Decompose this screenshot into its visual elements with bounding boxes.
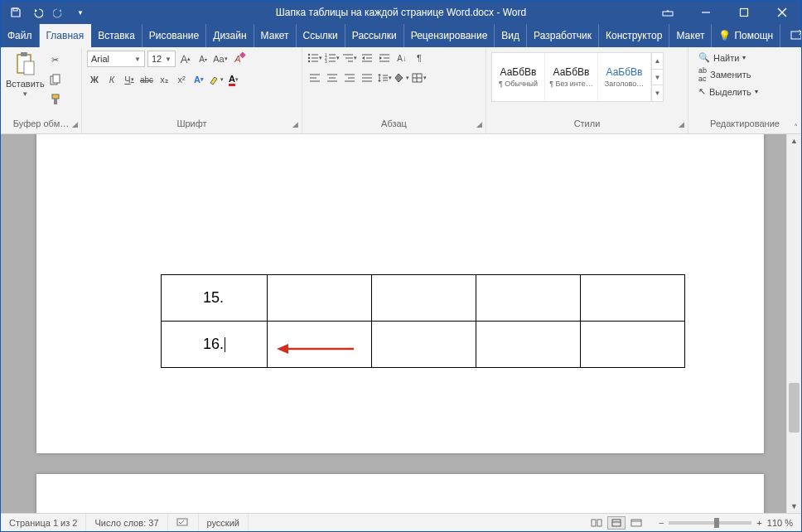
tab-references[interactable]: Ссылки: [297, 24, 345, 47]
paste-menu-icon[interactable]: ▼: [22, 90, 28, 98]
print-layout-icon[interactable]: [607, 516, 626, 530]
grow-font-icon[interactable]: A▴: [178, 51, 193, 66]
cell-number[interactable]: 15.: [162, 275, 268, 322]
tab-layout[interactable]: Макет: [254, 24, 297, 47]
increase-indent-icon[interactable]: [377, 51, 392, 65]
style-heading1[interactable]: АаБбВв Заголово…: [598, 53, 651, 101]
justify-icon[interactable]: [360, 70, 374, 85]
zoom-slider[interactable]: [669, 521, 751, 525]
styles-down-icon[interactable]: ▼: [652, 70, 663, 86]
shrink-font-icon[interactable]: A▾: [196, 51, 210, 66]
styles-more-icon[interactable]: ▼: [652, 85, 663, 101]
subscript-button[interactable]: x₂: [157, 72, 172, 87]
maximize-icon[interactable]: [725, 1, 763, 24]
styles-gallery[interactable]: АаБбВв ¶ Обычный АаБбВв ¶ Без инте… АаБб…: [491, 52, 664, 102]
change-case-icon[interactable]: Aa▾: [213, 51, 228, 66]
scroll-down-icon[interactable]: ▼: [787, 500, 801, 513]
web-layout-icon[interactable]: [627, 516, 645, 530]
tab-home[interactable]: Главная: [40, 24, 92, 47]
bullets-icon[interactable]: ▾: [307, 51, 322, 65]
show-marks-icon[interactable]: ¶: [412, 51, 427, 65]
tab-table-design[interactable]: Конструктор: [599, 24, 669, 47]
table-row[interactable]: 15.: [162, 275, 685, 322]
status-language[interactable]: русский: [199, 514, 249, 531]
style-no-spacing[interactable]: АаБбВв ¶ Без инте…: [545, 53, 598, 101]
document-table-1[interactable]: 15. 16.: [161, 274, 685, 368]
font-color-icon[interactable]: A▾: [226, 72, 241, 87]
tab-draw[interactable]: Рисование: [143, 24, 206, 47]
sort-icon[interactable]: A↓: [394, 51, 409, 65]
styles-scroll[interactable]: ▲ ▼ ▼: [651, 53, 663, 101]
status-spellcheck-icon[interactable]: [168, 514, 199, 531]
share-icon[interactable]: [789, 29, 802, 43]
vertical-scrollbar[interactable]: ▲ ▼: [786, 134, 801, 513]
zoom-out-icon[interactable]: −: [659, 518, 664, 528]
font-dialog-icon[interactable]: ◢: [292, 120, 298, 128]
tab-table-layout[interactable]: Макет: [669, 24, 712, 47]
tab-mailings[interactable]: Рассылки: [345, 24, 404, 47]
superscript-button[interactable]: x²: [174, 72, 189, 87]
group-font-label: Шрифт: [176, 118, 206, 128]
cursor-icon: ↖: [698, 86, 706, 97]
copy-icon[interactable]: [48, 72, 63, 87]
bold-button[interactable]: Ж: [87, 72, 102, 87]
line-spacing-icon[interactable]: ▾: [377, 70, 392, 85]
tab-insert[interactable]: Вставка: [91, 24, 143, 47]
quick-access-toolbar: ▼: [1, 4, 89, 21]
replace-button[interactable]: abacЗаменить: [698, 66, 758, 83]
strikethrough-button[interactable]: abc: [139, 72, 154, 87]
scrollbar-thumb[interactable]: [789, 383, 800, 433]
style-normal[interactable]: АаБбВв ¶ Обычный: [492, 53, 545, 101]
format-painter-icon[interactable]: [48, 92, 63, 107]
numbering-icon[interactable]: 123▾: [325, 51, 340, 65]
undo-icon[interactable]: [29, 4, 46, 21]
save-icon[interactable]: [7, 4, 24, 21]
cut-icon[interactable]: ✂: [48, 52, 63, 67]
align-left-icon[interactable]: [307, 70, 322, 85]
paste-icon[interactable]: [13, 51, 36, 77]
borders-icon[interactable]: ▾: [412, 70, 427, 85]
clipboard-dialog-icon[interactable]: ◢: [72, 120, 78, 128]
multilevel-list-icon[interactable]: ▾: [342, 51, 357, 65]
text-effects-icon[interactable]: A▾: [191, 72, 206, 87]
cell-number-cursor[interactable]: 16.: [162, 322, 268, 368]
tab-tell-me[interactable]: 💡Помощн: [712, 24, 780, 47]
redo-icon[interactable]: [51, 4, 67, 21]
zoom-in-icon[interactable]: +: [756, 518, 761, 528]
close-icon[interactable]: [763, 1, 801, 24]
highlight-icon[interactable]: ▾: [209, 72, 224, 87]
read-mode-icon[interactable]: [587, 516, 606, 530]
collapse-ribbon-icon[interactable]: ˄: [794, 123, 798, 132]
paragraph-dialog-icon[interactable]: ◢: [476, 120, 482, 128]
styles-dialog-icon[interactable]: ◢: [679, 120, 684, 128]
styles-up-icon[interactable]: ▲: [652, 53, 663, 70]
paste-label: Вставить: [6, 79, 45, 89]
underline-button[interactable]: Ч▾: [122, 72, 137, 87]
tab-design[interactable]: Дизайн: [206, 24, 254, 47]
decrease-indent-icon[interactable]: [360, 51, 374, 65]
find-button[interactable]: 🔍Найти ▾: [698, 52, 758, 63]
align-right-icon[interactable]: [342, 70, 357, 85]
font-size-combo[interactable]: 12▼: [147, 51, 176, 67]
status-page[interactable]: Страница 1 из 2: [1, 514, 86, 531]
zoom-level[interactable]: 110 %: [767, 518, 793, 528]
document-area[interactable]: 15. 16. 17. 18.: [1, 134, 786, 513]
zoom-slider-knob[interactable]: [714, 518, 719, 528]
italic-button[interactable]: К: [104, 72, 119, 87]
ribbon-options-icon[interactable]: [649, 1, 687, 24]
align-center-icon[interactable]: [325, 70, 340, 85]
font-name-combo[interactable]: Arial▼: [87, 51, 145, 67]
tab-file[interactable]: Файл: [1, 24, 40, 47]
minimize-icon[interactable]: [687, 1, 725, 24]
table-row[interactable]: 16.: [162, 322, 685, 368]
qat-customize-icon[interactable]: ▼: [72, 4, 89, 21]
svg-rect-59: [612, 520, 621, 526]
clear-formatting-icon[interactable]: A◆: [230, 51, 245, 66]
tab-view[interactable]: Вид: [495, 24, 527, 47]
tab-review[interactable]: Рецензирование: [404, 24, 495, 47]
shading-icon[interactable]: ▾: [394, 70, 409, 85]
tab-developer[interactable]: Разработчик: [527, 24, 599, 47]
scroll-up-icon[interactable]: ▲: [787, 134, 801, 148]
select-button[interactable]: ↖Выделить ▾: [698, 86, 758, 97]
status-word-count[interactable]: Число слов: 37: [86, 514, 167, 531]
